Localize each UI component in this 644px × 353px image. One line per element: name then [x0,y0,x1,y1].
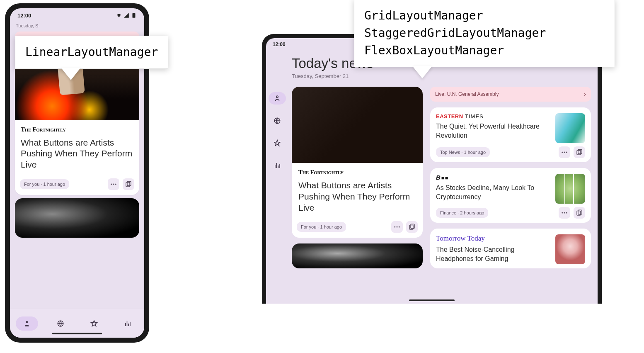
bookmark-stack-icon [576,209,583,217]
label-grid-text-3: FlexBoxLayoutManager [364,42,605,59]
news-item[interactable]: EASTERN TIMES The Quiet, Yet Powerful He… [430,107,591,162]
gesture-handle[interactable] [52,333,102,334]
label-grid-text-2: StaggeredGridLayoutManager [364,24,605,42]
nav-bookmarks[interactable] [83,316,105,331]
item-chip[interactable]: Top News · 1 hour ago [436,147,490,157]
card-hero-image [15,198,139,238]
more-horiz-icon [561,209,568,217]
svg-point-22 [566,212,567,214]
label-grid: GridLayoutManager StaggeredGridLayoutMan… [354,0,615,67]
label-grid-text-1: GridLayoutManager [364,7,605,24]
card-headline: What Buttons are Artists Pushing When Th… [21,137,133,170]
svg-point-15 [562,152,563,153]
save-button[interactable] [574,207,585,219]
card-chip[interactable]: For you · 1 hour ago [297,222,346,232]
tablet-nav-rail [266,51,288,304]
svg-point-12 [399,226,400,227]
item-thumbnail [555,174,585,204]
grid-column-right: Live: U.N. General Assembly › EASTERN TI… [430,87,591,304]
live-banner-text: Live: U.N. General Assembly [435,91,499,97]
card-publisher: The Fortnightly [298,169,416,176]
news-item[interactable]: Tomorrow Today The Best Noise-Cancelling… [430,229,591,268]
item-publisher: EASTERN TIMES [436,113,550,119]
svg-point-10 [394,226,395,227]
item-thumbnail [555,113,585,143]
nav-world[interactable] [269,114,286,127]
more-button[interactable] [559,207,570,219]
more-button[interactable] [391,221,403,233]
label-linear-text: LinearLayoutManager [25,45,158,59]
bars-icon [274,162,281,169]
card-headline: What Buttons are Artists Pushing When Th… [298,180,416,214]
globe-icon [57,320,64,327]
signal-icon [123,12,129,18]
bookmark-stack-icon [408,223,416,231]
item-headline: As Stocks Decline, Many Look To Cryptocu… [436,183,550,201]
more-horiz-icon [110,180,117,188]
item-headline: The Best Noise-Cancelling Headphones for… [436,245,550,263]
card-publisher: The Fortnightly [21,126,133,133]
battery-icon [131,12,137,18]
nav-trending[interactable] [269,159,286,172]
globe-icon [274,117,281,124]
nav-for-you[interactable] [16,316,38,331]
label-linear: LinearLayoutManager [15,36,168,69]
star-icon [90,320,98,327]
bookmark-stack-icon [125,180,132,188]
person-icon [23,320,31,327]
nav-bookmarks[interactable] [269,137,286,149]
person-icon [274,95,281,102]
svg-point-16 [564,152,565,153]
bookmark-stack-icon [576,149,583,156]
item-headline: The Quiet, Yet Powerful Healthcare Revol… [436,122,550,140]
page-date: Tuesday, September 21 [292,73,373,79]
save-button[interactable] [123,178,134,190]
status-indicators [116,12,137,18]
nav-trending[interactable] [116,316,139,331]
svg-point-8 [276,96,278,98]
item-publisher: Tomorrow Today [436,234,550,243]
status-time: 12:00 [17,12,31,19]
more-horiz-icon [561,149,568,156]
item-chip[interactable]: Finance · 2 hours ago [436,208,488,218]
save-button[interactable] [406,221,418,233]
save-button[interactable] [574,146,585,158]
more-button[interactable] [108,178,119,190]
gesture-handle[interactable] [409,299,455,301]
card-hero-image [292,243,423,268]
star-icon [274,139,281,147]
live-banner[interactable]: Live: U.N. General Assembly › [430,87,591,102]
svg-point-1 [111,183,112,185]
label-pointer-icon [412,66,432,78]
grid-column-left: The Fortnightly What Buttons are Artists… [292,87,423,304]
phone-date: Tuesday, S [15,22,139,28]
label-pointer-icon [61,68,81,80]
news-card-2[interactable] [15,198,139,238]
item-publisher: B [436,174,550,181]
svg-rect-0 [133,13,136,18]
svg-point-20 [562,212,563,214]
more-button[interactable] [559,146,570,158]
item-thumbnail [555,234,585,264]
featured-card[interactable]: The Fortnightly What Buttons are Artists… [292,87,423,238]
svg-point-6 [26,321,28,323]
nav-world[interactable] [49,316,72,331]
news-item[interactable]: B As Stocks Decline, Many Look To Crypto… [430,168,591,223]
more-horiz-icon [393,223,401,231]
svg-point-11 [397,226,398,227]
bars-icon [124,320,131,327]
chevron-right-icon: › [584,91,586,97]
card-hero-image [292,87,423,163]
status-time: 12:00 [273,41,286,47]
phone-status-bar: 12:00 [10,8,144,22]
nav-for-you[interactable] [269,92,286,105]
svg-point-21 [564,212,565,214]
svg-point-17 [566,152,567,153]
wifi-icon [116,12,122,18]
secondary-card[interactable] [292,243,423,268]
svg-point-3 [115,183,116,185]
card-chip[interactable]: For you · 1 hour ago [20,179,69,189]
svg-point-2 [113,183,114,185]
